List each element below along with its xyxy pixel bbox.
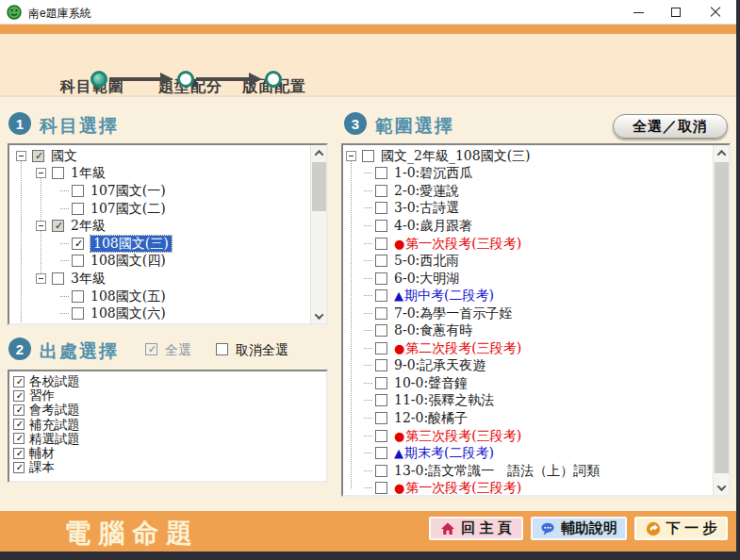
tree-checkbox[interactable] <box>375 342 387 354</box>
tree-item-label[interactable]: 2-0:愛蓮說 <box>394 183 459 199</box>
tree-item-label[interactable]: 107國文(一) <box>90 183 166 199</box>
tree-item-label[interactable]: 12-0:酸橘子 <box>394 410 468 426</box>
tree-checkbox[interactable] <box>362 150 374 162</box>
list-item[interactable]: 課本 <box>9 460 326 474</box>
tree-checkbox[interactable] <box>375 412 387 424</box>
tree-row[interactable]: 國文_2年級_108國文(三) <box>343 147 713 165</box>
minimize-button[interactable] <box>619 0 657 25</box>
tree-item-label[interactable]: 108國文(五) <box>90 288 166 305</box>
tree-item-label[interactable]: ●第二次段考(三段考) <box>394 340 521 356</box>
list-item[interactable]: 輔材 <box>9 446 326 460</box>
tree-row[interactable]: 2-0:愛蓮說 <box>343 182 713 200</box>
list-item[interactable]: 精選試題 <box>9 432 326 446</box>
list-checkbox[interactable] <box>13 433 25 444</box>
tree-checkbox[interactable] <box>72 238 84 250</box>
tree-row[interactable]: 3-0:古詩選 <box>343 200 713 218</box>
tree-expander[interactable] <box>346 151 356 161</box>
tree-checkbox[interactable] <box>375 482 387 494</box>
tree-row[interactable]: ●第一次段考(三段考) <box>343 479 713 495</box>
tree-checkbox[interactable] <box>375 377 387 389</box>
range-tree[interactable]: 國文_2年級_108國文(三)1-0:碧沉西瓜2-0:愛蓮說3-0:古詩選4-0… <box>341 143 731 497</box>
tree-item-label[interactable]: 3-0:古詩選 <box>394 200 459 216</box>
tree-row[interactable]: 11-0:張釋之執法 <box>343 392 713 410</box>
list-item[interactable]: 會考試題 <box>9 403 326 417</box>
tree-row[interactable]: 108國文(四) <box>9 253 310 271</box>
scroll-down-button[interactable] <box>714 480 730 495</box>
tree-row[interactable]: 1年級 <box>9 165 310 183</box>
tree-row[interactable]: ▲期中考(二段考) <box>343 287 713 305</box>
tree-row[interactable]: 國文 <box>9 147 310 165</box>
tree-checkbox[interactable] <box>32 150 44 162</box>
tree-row[interactable]: 4-0:歲月跟著 <box>343 217 713 235</box>
scroll-up-button[interactable] <box>311 145 327 160</box>
subject-tree[interactable]: 國文1年級107國文(一)107國文(二)2年級108國文(三)108國文(四)… <box>8 143 328 325</box>
tree-checkbox[interactable] <box>52 167 64 179</box>
tree-row[interactable]: 107國文(一) <box>9 182 310 200</box>
close-button[interactable] <box>697 0 734 25</box>
tree-item-label[interactable]: 108國文(六) <box>90 305 166 321</box>
tree-checkbox[interactable] <box>375 167 387 179</box>
tree-row[interactable]: ●第三次段考(三段考) <box>343 427 713 445</box>
tree-item-label[interactable]: ●第一次段考(三段考) <box>394 480 521 495</box>
tree-row[interactable]: 2年級 <box>9 217 310 235</box>
tree-checkbox[interactable] <box>375 465 387 477</box>
tree-row[interactable]: 5-0:西北雨 <box>343 252 713 270</box>
tree-checkbox[interactable] <box>375 289 387 302</box>
scroll-down-button[interactable] <box>311 308 327 323</box>
tree-item-label[interactable]: 108國文(三) <box>90 236 172 252</box>
subject-tree-scrollbar[interactable] <box>310 145 326 323</box>
tree-item-label[interactable]: 4-0:歲月跟著 <box>394 218 472 234</box>
tree-checkbox[interactable] <box>72 203 84 215</box>
range-tree-scrollbar[interactable] <box>713 145 729 495</box>
tree-checkbox[interactable] <box>375 220 387 232</box>
tree-row[interactable]: 3年級 <box>9 270 310 288</box>
tree-item-label[interactable]: 1-0:碧沉西瓜 <box>394 165 472 181</box>
maximize-button[interactable] <box>657 0 695 25</box>
tree-item-label[interactable]: 11-0:張釋之執法 <box>394 392 494 408</box>
list-item[interactable]: 各校試題 <box>9 374 326 388</box>
tree-checkbox[interactable] <box>52 272 64 285</box>
tree-checkbox[interactable] <box>375 255 387 267</box>
tree-row[interactable]: 108國文(三) <box>9 235 310 253</box>
tree-row[interactable]: 108國文(六) <box>9 305 310 322</box>
tree-item-label[interactable]: 6-0:大明湖 <box>394 271 459 287</box>
list-checkbox[interactable] <box>13 390 25 402</box>
tree-checkbox[interactable] <box>375 324 387 337</box>
tree-item-label[interactable]: 5-0:西北雨 <box>394 253 459 269</box>
tree-row[interactable]: 108國文(五) <box>9 288 310 305</box>
tree-checkbox[interactable] <box>375 185 387 197</box>
tree-item-label[interactable]: 1年級 <box>71 165 106 181</box>
tree-item-label[interactable]: 9-0:記承天夜遊 <box>394 357 485 373</box>
tree-row[interactable]: 107國文(二) <box>9 200 310 218</box>
tree-checkbox[interactable] <box>72 307 84 320</box>
tree-checkbox[interactable] <box>375 447 387 459</box>
scrollbar-thumb[interactable] <box>312 162 326 211</box>
deselect-all-label[interactable]: 取消全選 <box>236 342 288 359</box>
list-item[interactable]: 補充試題 <box>9 418 326 432</box>
list-checkbox[interactable] <box>13 462 25 473</box>
tree-item-label[interactable]: ●第一次段考(三段考) <box>394 236 521 252</box>
tree-checkbox[interactable] <box>375 359 387 371</box>
tree-item-label[interactable]: 3年級 <box>71 271 106 287</box>
tree-row[interactable]: ●第二次段考(三段考) <box>343 339 713 357</box>
tree-checkbox[interactable] <box>375 394 387 406</box>
tree-row[interactable]: 歷屆試題 <box>9 322 310 323</box>
tree-row[interactable]: 8-0:食蔥有時 <box>343 321 713 339</box>
tree-item-label[interactable]: 13-0:語文常識一 語法（上）詞類 <box>394 463 600 479</box>
tree-checkbox[interactable] <box>375 202 387 214</box>
tree-checkbox[interactable] <box>375 272 387 285</box>
tree-row[interactable]: ●第一次段考(三段考) <box>343 235 713 253</box>
help-button[interactable]: 輔助說明 <box>531 517 627 540</box>
tree-row[interactable]: ▲期末考(二段考) <box>343 444 713 462</box>
tree-row[interactable]: 7-0:為學一首示子姪 <box>343 305 713 322</box>
tree-expander[interactable] <box>36 221 46 231</box>
next-step-button[interactable]: 下 一 步 <box>634 517 728 540</box>
list-checkbox[interactable] <box>13 448 25 459</box>
tree-item-label[interactable]: ▲期末考(二段考) <box>394 445 494 461</box>
list-item-label[interactable]: 課本 <box>29 459 55 475</box>
tree-item-label[interactable]: 7-0:為學一首示子姪 <box>394 305 512 321</box>
tree-expander[interactable] <box>16 151 26 161</box>
tree-checkbox[interactable] <box>72 185 84 197</box>
select-all-toggle-button[interactable]: 全選／取消 <box>613 114 728 139</box>
list-checkbox[interactable] <box>13 419 25 430</box>
